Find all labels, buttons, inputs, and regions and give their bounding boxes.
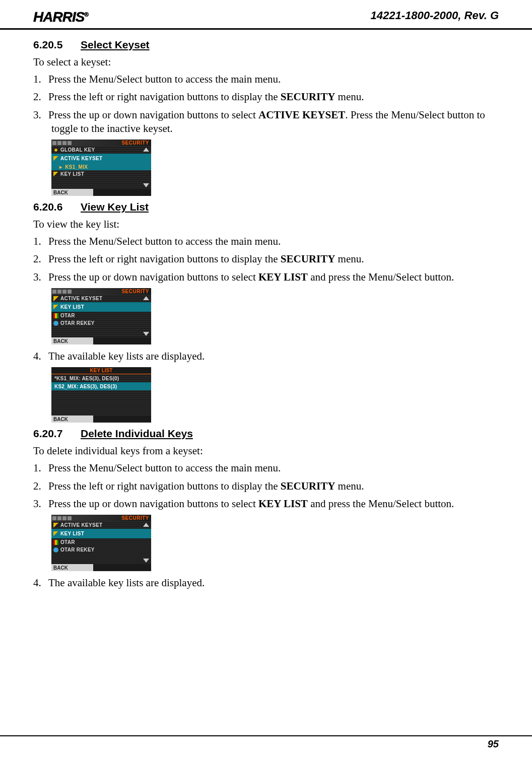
scroll-up-icon: [143, 296, 149, 300]
page-header: HARRIS® 14221-1800-2000, Rev. G: [0, 0, 532, 30]
menu-row-active-keyset: ACTIVE KEYSET: [51, 521, 151, 529]
key-icon: [53, 531, 58, 536]
otar-icon: [53, 540, 58, 545]
intro-text: To delete individual keys from a keyset:: [33, 445, 499, 457]
status-icon: [52, 141, 56, 145]
section-title: View Key List: [81, 201, 149, 213]
device-screenshot-security-key-list-2: SECURITY ACTIVE KEYSET KEY LIST OTAR OTA…: [51, 515, 151, 571]
harris-logo: HARRIS®: [33, 9, 88, 25]
screenshot-topbar: SECURITY: [51, 140, 151, 146]
status-icon: [68, 516, 72, 520]
menu-row-otar: OTAR: [51, 312, 151, 319]
menu-row-active-keyset: ACTIVE KEYSET: [51, 154, 151, 163]
status-icon: [52, 516, 56, 520]
menu-subrow-ks1: ▸KS1_MIX: [51, 163, 151, 170]
scroll-up-icon: [143, 523, 149, 527]
screenshot-body: ACTIVE KEYSET KEY LIST OTAR OTAR REKEY: [51, 295, 151, 337]
menu-row-otar: OTAR: [51, 538, 151, 546]
step-2: 2.Press the left or right navigation but…: [33, 252, 499, 266]
rekey-icon: [53, 321, 58, 326]
screenshot-bottombar: BACK: [51, 337, 151, 344]
device-screenshot-security-key-list: SECURITY ACTIVE KEYSET KEY LIST OTAR OTA…: [51, 288, 151, 344]
key-icon: [53, 156, 58, 161]
step-2: 2.Press the left or right navigation but…: [33, 479, 499, 493]
scroll-down-icon: [143, 183, 149, 187]
screenshot-topbar: SECURITY: [51, 515, 151, 521]
section-heading-select-keyset: 6.20.5Select Keyset: [33, 39, 499, 51]
section-number: 6.20.6: [33, 201, 81, 213]
device-screenshot-security-active-keyset: SECURITY GLOBAL KEY ACTIVE KEYSET ▸KS1_M…: [51, 140, 151, 196]
steps-list: 1.Press the Menu/Select button to access…: [33, 461, 499, 511]
key-list-row-1: *KS1_MIX: AES(3), DES(0): [51, 374, 151, 382]
step-3: 3.Press the up or down navigation button…: [33, 108, 499, 136]
step-1: 1.Press the Menu/Select button to access…: [33, 73, 499, 86]
steps-list-continued: 4.The available key lists are displayed.: [33, 350, 499, 363]
screen-title: SECURITY: [121, 140, 149, 146]
section-title: Delete Individual Keys: [81, 428, 193, 439]
logo-text: HARRIS: [33, 9, 84, 25]
document-number: 14221-1800-2000, Rev. G: [371, 9, 499, 22]
scroll-down-icon: [143, 559, 149, 563]
scroll-down-icon: [143, 332, 149, 336]
menu-row-key-list: KEY LIST: [51, 170, 151, 178]
screenshot-bottombar: BACK: [51, 416, 151, 423]
key-icon: [53, 305, 58, 310]
key-icon: [53, 148, 58, 153]
page-number: 95: [488, 738, 499, 749]
screenshot-body: *KS1_MIX: AES(3), DES(0) KS2_MIX: AES(3)…: [51, 374, 151, 416]
menu-row-otar-rekey: OTAR REKEY: [51, 319, 151, 327]
rekey-icon: [53, 547, 58, 552]
screenshot-body: ACTIVE KEYSET KEY LIST OTAR OTAR REKEY: [51, 521, 151, 564]
key-icon: [53, 296, 58, 301]
step-1: 1.Press the Menu/Select button to access…: [33, 461, 499, 475]
scroll-up-icon: [143, 148, 149, 152]
screenshot-topbar: SECURITY: [51, 288, 151, 295]
screen-title: SECURITY: [121, 515, 149, 521]
screenshot-body: GLOBAL KEY ACTIVE KEYSET ▸KS1_MIX KEY LI…: [51, 146, 151, 189]
section-title: Select Keyset: [81, 39, 150, 50]
key-icon: [53, 172, 58, 177]
status-icons: [52, 516, 72, 520]
menu-row-global-key: GLOBAL KEY: [51, 146, 151, 154]
step-3: 3.Press the up or down navigation button…: [33, 497, 499, 511]
status-icons: [52, 290, 72, 294]
otar-icon: [53, 313, 58, 318]
section-number: 6.20.7: [33, 428, 81, 440]
menu-row-active-keyset: ACTIVE KEYSET: [51, 295, 151, 302]
registered-icon: ®: [84, 11, 88, 18]
status-icon: [52, 290, 56, 294]
intro-text: To select a keyset:: [33, 56, 499, 68]
step-4: 4.The available key lists are displayed.: [33, 350, 499, 363]
status-icon: [57, 516, 61, 520]
menu-row-key-list: KEY LIST: [51, 302, 151, 312]
page-content: 6.20.5Select Keyset To select a keyset: …: [0, 30, 532, 590]
key-icon: [53, 523, 58, 528]
status-icon: [57, 290, 61, 294]
steps-list-continued: 4.The available key lists are displayed.: [33, 576, 499, 590]
status-icon: [57, 141, 61, 145]
screenshot-bottombar: BACK: [51, 564, 151, 571]
section-heading-delete-keys: 6.20.7Delete Individual Keys: [33, 428, 499, 440]
device-screenshot-key-list-contents: KEY LIST *KS1_MIX: AES(3), DES(0) KS2_MI…: [51, 367, 151, 423]
status-icon: [62, 290, 66, 294]
status-icons: [52, 141, 72, 145]
page-footer: 95: [0, 735, 532, 750]
steps-list: 1.Press the Menu/Select button to access…: [33, 235, 499, 284]
status-icon: [68, 290, 72, 294]
status-icon: [68, 141, 72, 145]
section-number: 6.20.5: [33, 39, 81, 51]
menu-row-otar-rekey: OTAR REKEY: [51, 546, 151, 554]
menu-row-key-list: KEY LIST: [51, 529, 151, 538]
step-3: 3.Press the up or down navigation button…: [33, 270, 499, 284]
status-icon: [62, 141, 66, 145]
step-1: 1.Press the Menu/Select button to access…: [33, 235, 499, 248]
screen-title: SECURITY: [121, 289, 149, 294]
screenshot-bottombar: BACK: [51, 189, 151, 196]
key-list-row-2: KS2_MIX: AES(3), DES(3): [51, 382, 151, 390]
status-icon: [62, 516, 66, 520]
step-4: 4.The available key lists are displayed.: [33, 576, 499, 590]
screen-title: KEY LIST: [51, 367, 151, 374]
intro-text: To view the key list:: [33, 218, 499, 231]
steps-list: 1.Press the Menu/Select button to access…: [33, 73, 499, 135]
section-heading-view-key-list: 6.20.6View Key List: [33, 201, 499, 213]
